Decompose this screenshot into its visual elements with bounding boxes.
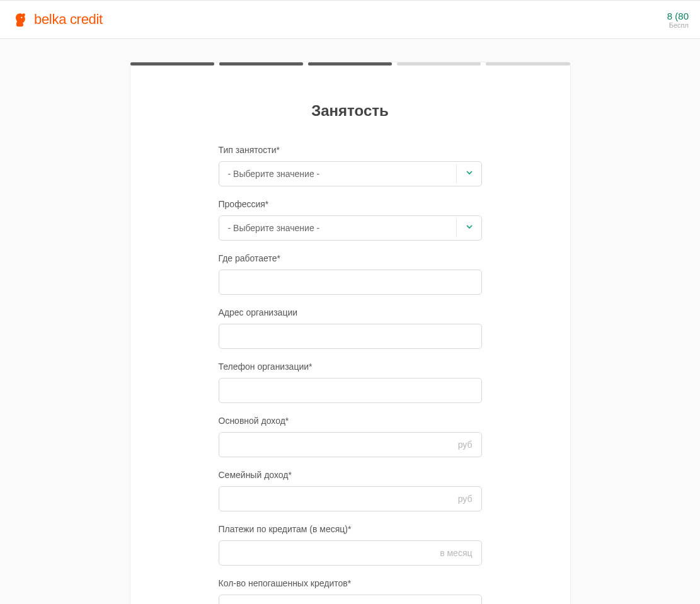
step-4[interactable] [397, 62, 481, 66]
field-profession: Профессия* [219, 199, 482, 241]
page-title: Занятость [130, 102, 570, 120]
field-outstanding-credits: Кол-во непогашенных кредитов* [219, 578, 482, 604]
family-income-label: Семейный доход* [219, 470, 482, 480]
field-workplace: Где работаете* [219, 253, 482, 295]
credit-payments-label: Платежи по кредитам (в месяц)* [219, 524, 482, 534]
profession-select[interactable] [219, 215, 482, 241]
progress-stepper [130, 62, 570, 66]
main-income-label: Основной доход* [219, 416, 482, 426]
form-card: Занятость Тип занятости* Профессия* [130, 62, 571, 604]
field-org-phone: Телефон организации* [219, 362, 482, 403]
org-phone-input[interactable] [219, 378, 482, 403]
step-3[interactable] [308, 62, 392, 66]
field-credit-payments: Платежи по кредитам (в месяц)* [219, 524, 482, 566]
employment-type-select[interactable] [219, 161, 482, 186]
header-contact: 8 (80 Беспл [667, 11, 689, 29]
main-content: Занятость Тип занятости* Профессия* [0, 39, 700, 604]
workplace-label: Где работаете* [219, 253, 482, 263]
outstanding-credits-label: Кол-во непогашенных кредитов* [219, 578, 482, 588]
phone-subtitle: Беспл [667, 21, 689, 29]
org-address-input[interactable] [219, 324, 482, 349]
step-1[interactable] [130, 62, 214, 66]
step-5[interactable] [486, 62, 570, 66]
phone-number[interactable]: 8 (80 [667, 11, 689, 21]
credit-payments-input[interactable] [219, 540, 482, 566]
employment-form: Тип занятости* Профессия* [219, 145, 482, 604]
main-income-input[interactable] [219, 432, 482, 457]
workplace-input[interactable] [219, 270, 482, 295]
family-income-input[interactable] [219, 486, 482, 511]
org-address-label: Адрес организации [219, 307, 482, 317]
profession-label: Профессия* [219, 199, 482, 209]
field-main-income: Основной доход* [219, 416, 482, 457]
outstanding-credits-input[interactable] [219, 595, 482, 604]
employment-type-input[interactable] [219, 161, 482, 186]
profession-input[interactable] [219, 215, 482, 241]
brand-logo[interactable]: belka credit [11, 11, 103, 28]
brand-name: belka credit [34, 11, 103, 28]
field-employment-type: Тип занятости* [219, 145, 482, 186]
step-2[interactable] [219, 62, 303, 66]
employment-type-label: Тип занятости* [219, 145, 482, 155]
squirrel-icon [11, 11, 29, 28]
org-phone-label: Телефон организации* [219, 362, 482, 372]
field-family-income: Семейный доход* [219, 470, 482, 511]
site-header: belka credit 8 (80 Беспл [0, 0, 700, 39]
field-org-address: Адрес организации [219, 307, 482, 349]
